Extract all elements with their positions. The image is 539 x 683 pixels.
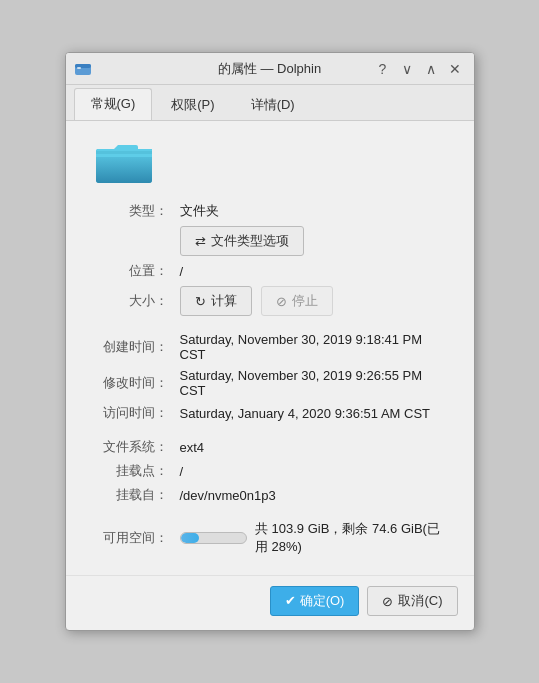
- free-space-info: 共 103.9 GiB，剩余 74.6 GiB(已用 28%): [180, 520, 450, 556]
- properties-table: 类型： 文件夹 ⇄ 文件类型选项 位置： / 大小：: [86, 199, 454, 559]
- created-row: 创建时间： Saturday, November 30, 2019 9:18:4…: [86, 329, 454, 365]
- refresh-icon: ↻: [195, 294, 206, 309]
- size-label: 大小：: [86, 283, 176, 319]
- file-type-options-button[interactable]: ⇄ 文件类型选项: [180, 226, 304, 256]
- folder-icon: [96, 137, 152, 185]
- mounted-from-label: 挂载自：: [86, 483, 176, 507]
- folder-icon-area: [86, 137, 454, 185]
- help-button[interactable]: ?: [372, 58, 394, 80]
- main-window: 的属性 — Dolphin ? ∨ ∧ ✕ 常规(G) 权限(P) 详情(D): [65, 52, 475, 631]
- filesystem-row: 文件系统： ext4: [86, 435, 454, 459]
- type-value: 文件夹: [180, 203, 219, 218]
- stop-button[interactable]: ⊘ 停止: [261, 286, 333, 316]
- mountpoint-value: /: [176, 459, 454, 483]
- location-label: 位置：: [86, 259, 176, 283]
- svg-rect-5: [96, 151, 152, 154]
- cancel-icon: ⊘: [382, 594, 393, 609]
- mounted-from-value: /dev/nvme0n1p3: [176, 483, 454, 507]
- titlebar: 的属性 — Dolphin ? ∨ ∧ ✕: [66, 53, 474, 85]
- progress-bar-background: [180, 532, 247, 544]
- cancel-button[interactable]: ⊘ 取消(C): [367, 586, 457, 616]
- accessed-row: 访问时间： Saturday, January 4, 2020 9:36:51 …: [86, 401, 454, 425]
- modified-row: 修改时间： Saturday, November 30, 2019 9:26:5…: [86, 365, 454, 401]
- tab-bar: 常规(G) 权限(P) 详情(D): [66, 85, 474, 121]
- close-button[interactable]: ✕: [444, 58, 466, 80]
- type-row: 类型： 文件夹: [86, 199, 454, 223]
- tab-general[interactable]: 常规(G): [74, 88, 153, 120]
- calculate-button[interactable]: ↻ 计算: [180, 286, 252, 316]
- accessed-value: Saturday, January 4, 2020 9:36:51 AM CST: [176, 401, 454, 425]
- progress-bar-fill: [181, 533, 199, 543]
- filesystem-label: 文件系统：: [86, 435, 176, 459]
- free-space-text: 共 103.9 GiB，剩余 74.6 GiB(已用 28%): [255, 520, 450, 556]
- tab-permissions[interactable]: 权限(P): [154, 89, 231, 120]
- ok-button[interactable]: ✔ 确定(O): [270, 586, 359, 616]
- collapse-button[interactable]: ∨: [396, 58, 418, 80]
- tab-details[interactable]: 详情(D): [234, 89, 312, 120]
- created-value: Saturday, November 30, 2019 9:18:41 PM C…: [176, 329, 454, 365]
- modified-label: 修改时间：: [86, 365, 176, 401]
- content-area: 类型： 文件夹 ⇄ 文件类型选项 位置： / 大小：: [66, 121, 474, 575]
- filetype-btn-row: ⇄ 文件类型选项: [86, 223, 454, 259]
- footer: ✔ 确定(O) ⊘ 取消(C): [66, 575, 474, 630]
- mountpoint-row: 挂载点： /: [86, 459, 454, 483]
- transfer-icon: ⇄: [195, 234, 206, 249]
- location-row: 位置： /: [86, 259, 454, 283]
- expand-button[interactable]: ∧: [420, 58, 442, 80]
- svg-rect-2: [77, 67, 81, 69]
- modified-value: Saturday, November 30, 2019 9:26:55 PM C…: [176, 365, 454, 401]
- accessed-label: 访问时间：: [86, 401, 176, 425]
- stop-icon: ⊘: [276, 294, 287, 309]
- filesystem-value: ext4: [176, 435, 454, 459]
- dolphin-icon: [74, 60, 92, 78]
- window-controls: ? ∨ ∧ ✕: [372, 58, 466, 80]
- type-label: 类型：: [86, 199, 176, 223]
- created-label: 创建时间：: [86, 329, 176, 365]
- size-row: 大小： ↻ 计算 ⊘ 停止: [86, 283, 454, 319]
- mountpoint-label: 挂载点：: [86, 459, 176, 483]
- free-space-row: 可用空间： 共 103.9 GiB，剩余 74.6 GiB(已用 28%): [86, 517, 454, 559]
- location-value: /: [176, 259, 454, 283]
- mounted-from-row: 挂载自： /dev/nvme0n1p3: [86, 483, 454, 507]
- free-space-label: 可用空间：: [86, 517, 176, 559]
